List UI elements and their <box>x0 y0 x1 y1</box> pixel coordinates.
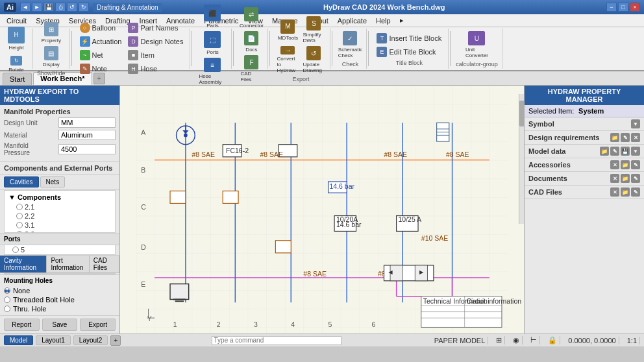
components-tree-header[interactable]: ▼ Components <box>8 192 111 202</box>
accessories-folder-btn[interactable]: 📁 <box>621 160 630 169</box>
hose-annot-btn[interactable]: H Hose <box>125 62 186 75</box>
print-quick[interactable]: ⎙ <box>55 3 66 12</box>
design-req-delete-btn[interactable]: ✕ <box>631 133 640 142</box>
cad-files-folder-btn[interactable]: 📁 <box>621 187 630 197</box>
part-names-btn[interactable]: P Part Names <box>125 21 186 34</box>
net-btn[interactable]: ~ Net <box>77 49 125 62</box>
parts-btn[interactable]: ⬛ Parts <box>200 3 225 30</box>
menu-more[interactable]: ▸ <box>396 15 408 26</box>
documents-actions: ✕ 📁 ✎ <box>610 174 640 183</box>
edit-title-block-btn[interactable]: E Edit Title Block <box>374 45 444 58</box>
title-bar: Ai ◄ ► 💾 ⎙ ↺ ↻ Drafting & Annotation HyD… <box>0 0 644 14</box>
selected-item-label: Selected Item: <box>528 107 574 115</box>
close-btn[interactable]: × <box>630 3 640 12</box>
cad-files-tab[interactable]: CAD Files <box>90 256 119 272</box>
snap-toggle[interactable]: ◉ <box>510 336 523 344</box>
report-btn[interactable]: Report <box>4 319 40 331</box>
property-btn[interactable]: ⊞ Property <box>39 21 64 45</box>
cad-files-delete-btn[interactable]: ✕ <box>610 187 619 197</box>
connector-btn[interactable]: ⇌ Connector <box>239 6 264 30</box>
item-btn[interactable]: ■ Item <box>125 49 186 62</box>
model-data-expand-btn[interactable]: ▼ <box>631 147 640 156</box>
mdtools-group: M MDTools S Simplify DWG → Convert to Hy… <box>271 29 330 69</box>
cavity-info-tab[interactable]: Cavity Information <box>0 256 47 272</box>
accessories-delete-btn[interactable]: ✕ <box>610 160 619 169</box>
ports-item-5[interactable]: 5 <box>5 245 115 254</box>
svg-text:#10 SAE: #10 SAE <box>421 234 448 242</box>
menu-help[interactable]: Help <box>372 16 395 26</box>
ortho-toggle[interactable]: ⊢ <box>528 336 540 344</box>
nets-tab[interactable]: Nets <box>40 176 66 187</box>
canvas-area[interactable]: A B C D E 1 2 3 4 5 6 <box>120 86 524 333</box>
mounting-threaded[interactable]: Threaded Bolt Hole <box>4 295 116 304</box>
manifold-properties-label: Manifold Properties <box>4 108 116 115</box>
model-tab[interactable]: Model <box>4 335 33 345</box>
balloon-btn[interactable]: ○ Balloon <box>77 21 125 34</box>
workspace-dropdown[interactable]: Drafting & Annotation <box>93 3 162 12</box>
symbol-expand-btn[interactable]: ▼ <box>631 119 640 128</box>
documents-section: Documents ✕ 📁 ✎ <box>525 172 644 186</box>
documents-edit-btn[interactable]: ✎ <box>631 174 640 183</box>
rotate-btn[interactable]: ↻ Rotate <box>6 54 26 74</box>
svg-text:3: 3 <box>254 320 258 328</box>
quick-access-back[interactable]: ◄ <box>20 3 31 12</box>
docs-btn[interactable]: 📄 Docs <box>239 30 264 54</box>
tab-start[interactable]: Start <box>3 73 32 85</box>
add-layout-btn[interactable]: + <box>110 335 121 346</box>
design-req-folder-btn[interactable]: 📁 <box>610 133 619 142</box>
model-data-save-btn[interactable]: 💾 <box>621 147 630 156</box>
save-quick[interactable]: 💾 <box>43 3 54 12</box>
right-scrollbar[interactable] <box>519 94 524 224</box>
save-btn[interactable]: Save <box>42 319 78 331</box>
quick-access-fwd[interactable]: ► <box>32 3 42 12</box>
simplify-dwg-btn[interactable]: S Simplify DWG <box>301 15 326 45</box>
layout1-tab[interactable]: Layout1 <box>36 335 71 345</box>
tree-item-22[interactable]: 2.2 <box>8 211 111 221</box>
schematic-check-btn[interactable]: ✓ Schematic Check <box>338 30 362 60</box>
port-info-tab[interactable]: Port Information <box>47 256 89 272</box>
annotation-group: ○ Balloon ⚡ Actuation ~ Net ✎ Note <box>73 29 191 69</box>
svg-text:#8 SAE: #8 SAE <box>384 151 408 158</box>
design-notes-btn[interactable]: D Design Notes <box>125 35 186 48</box>
maximize-btn[interactable]: □ <box>618 3 628 12</box>
note-btn[interactable]: ✎ Note <box>77 62 125 75</box>
accessories-section: Accessories ✕ 📁 ✎ <box>525 158 644 172</box>
design-unit-value[interactable]: MM <box>58 117 116 128</box>
mounting-thru[interactable]: Thru. Hole <box>4 304 116 313</box>
cavities-tab[interactable]: Cavities <box>4 176 39 187</box>
mounting-none[interactable]: None <box>4 286 116 295</box>
update-drawing-btn[interactable]: ↺ Update Drawing <box>301 45 326 75</box>
menu-applicate[interactable]: Applicate <box>334 16 371 26</box>
material-value[interactable]: Aluminum <box>58 130 116 140</box>
command-input[interactable] <box>212 336 341 345</box>
minimize-btn[interactable]: − <box>606 3 617 12</box>
documents-delete-btn[interactable]: ✕ <box>610 174 619 183</box>
convert-hydraw-btn[interactable]: → Convert to HyDraw <box>275 45 300 75</box>
documents-folder-btn[interactable]: 📁 <box>621 174 630 183</box>
hose-assembly-btn[interactable]: ≡ Hose Assembly <box>197 56 227 86</box>
cad-files-btn[interactable]: F CAD Files <box>239 54 264 84</box>
actuation-btn[interactable]: ⚡ Actuation <box>77 35 125 48</box>
model-data-edit-btn[interactable]: ✎ <box>610 147 619 156</box>
redo-quick[interactable]: ↻ <box>79 3 89 12</box>
check-group: ✓ Schematic Check Check <box>334 29 367 69</box>
height-btn[interactable]: H Height <box>4 23 29 53</box>
export-btn[interactable]: Export <box>80 319 116 331</box>
model-data-folder-btn[interactable]: 📁 <box>600 147 609 156</box>
tree-item-31[interactable]: 3.1 <box>8 221 111 230</box>
design-req-edit-btn[interactable]: ✎ <box>621 133 630 142</box>
unit-converter-btn[interactable]: U Unit Converter <box>464 30 489 60</box>
cad-files-actions: ✕ 📁 ✎ <box>610 187 640 197</box>
svg-text:6: 6 <box>371 320 375 328</box>
layout2-tab[interactable]: Layout2 <box>73 335 108 345</box>
ports-btn[interactable]: ⬚ Ports <box>200 30 225 56</box>
accessories-edit-btn[interactable]: ✎ <box>631 160 640 169</box>
pressure-value[interactable]: 4500 <box>58 144 116 154</box>
tree-item-21[interactable]: 2.1 <box>8 202 111 211</box>
cad-files-edit-btn[interactable]: ✎ <box>631 187 640 197</box>
insert-title-block-btn[interactable]: T Insert Title Block <box>374 32 444 45</box>
display-format-btn[interactable]: ▤ Display <box>39 45 64 69</box>
grid-toggle[interactable]: ⊞ <box>493 336 505 344</box>
mdtools-btn[interactable]: M MDTools <box>275 15 300 45</box>
undo-quick[interactable]: ↺ <box>67 3 77 12</box>
